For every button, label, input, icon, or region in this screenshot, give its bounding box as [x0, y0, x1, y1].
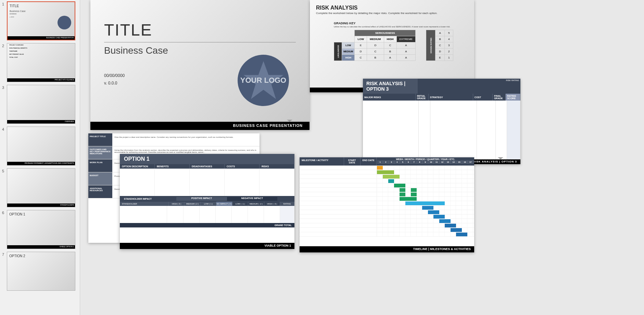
slide-option1[interactable]: OPTION 1 OPTION DESCRIPTION BENEFITS DIS… — [120, 154, 294, 249]
slide-timeline[interactable]: MILESTONE / ACTIVITY START DATE END DATE… — [300, 157, 474, 252]
logo-placeholder: YOUR LOGO — [238, 55, 289, 106]
slide-thumbnail-1[interactable]: TITLEBusiness Case00/00/0000v. 0.0.0BUSI… — [7, 1, 75, 40]
slide-thumbnail-2[interactable]: PROJECT OVERVIEWNON-FINANCIAL BENEFITSTI… — [7, 43, 75, 82]
slide-footer: BUSINESS CASE PRESENTATION — [90, 122, 310, 130]
risk-subtitle: Complete the worksheet below by detailin… — [310, 12, 474, 15]
slide-risk-option3[interactable]: RISK ANALYSIS | OPTION 3 RISK RATING MAJ… — [363, 79, 520, 164]
slide-thumbnail-5[interactable]: STAKEHOLDERS — [7, 168, 75, 207]
slide-thumbnails-panel: 1TITLEBusiness Case00/00/0000v. 0.0.0BUS… — [0, 0, 80, 315]
slide-title[interactable]: TITLE Business Case 00/00/0000 v. 0.0.0 … — [90, 0, 310, 130]
slide-thumbnail-3[interactable]: OVERVIEW — [7, 85, 75, 124]
slide-thumbnail-4[interactable]: PROBLEM STATEMENT | ASSUMPTIONS AND CONS… — [7, 127, 75, 166]
risk-matrix: SERIOUSNESS LOW MEDIUM HIGH EXTREME LIKE… — [334, 30, 416, 61]
slide-thumbnail-7[interactable]: OPTION 2 — [7, 252, 75, 291]
slide-thumbnail-6[interactable]: OPTION 1VIABLE OPTION 1 — [7, 210, 75, 249]
risk-title: RISK ANALYSIS — [310, 0, 474, 12]
main-title: TITLE — [90, 0, 310, 39]
grade-rating-table: GRADE RATING A5 B4 C3 D2 E1 — [426, 30, 453, 61]
canvas: TITLE Business Case 00/00/0000 v. 0.0.0 … — [82, 0, 644, 315]
gantt-chart — [300, 166, 474, 237]
